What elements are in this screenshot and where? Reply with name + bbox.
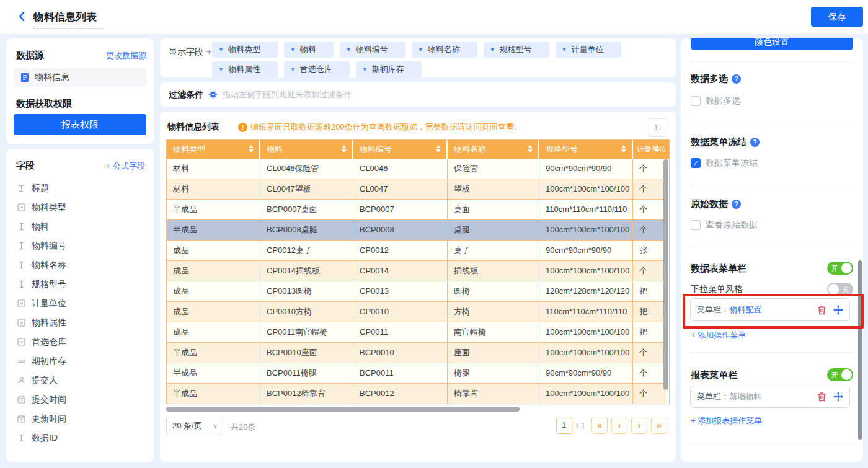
delete-icon[interactable]: [817, 305, 826, 315]
add-report-menu-link[interactable]: + 添加报表操作菜单: [691, 415, 762, 426]
table-cell[interactable]: 成品: [167, 241, 260, 261]
field-item[interactable]: 标题: [6, 179, 154, 198]
table-cell[interactable]: 成品: [167, 302, 260, 322]
table-row[interactable]: 成品CP0012桌子CP0012桌子90cm*90cm*90/90张: [167, 241, 665, 261]
field-item[interactable]: 数据ID: [6, 428, 154, 448]
table-vertical-scrollbar[interactable]: [663, 159, 668, 390]
display-field-chip[interactable]: ▼物料类型: [212, 42, 278, 58]
field-item[interactable]: 更新时间: [6, 409, 154, 428]
column-header[interactable]: 物料编号: [353, 140, 448, 159]
menu-freeze-checkbox[interactable]: ✓ 数据菜单冻结: [691, 157, 758, 169]
table-cell[interactable]: 椅靠背: [448, 384, 539, 404]
move-icon[interactable]: [833, 305, 843, 315]
table-cell[interactable]: 90cm*90cm*90/90: [539, 363, 633, 384]
table-cell[interactable]: 桌子: [448, 241, 539, 261]
table-cell[interactable]: BCP0012: [353, 384, 448, 404]
raw-data-checkbox[interactable]: ✓ 查看原始数据: [691, 219, 758, 231]
table-cell[interactable]: 插线板: [448, 261, 539, 281]
table-cell[interactable]: 张: [633, 241, 665, 261]
sort-arrows-icon[interactable]: [249, 145, 254, 152]
table-row[interactable]: 半成品BCP0010座面BCP0010座面100cm*100cm*100/100…: [167, 343, 665, 363]
table-row[interactable]: 成品CP0010方椅CP0010方椅110cm*110cm*110/110把: [167, 302, 665, 322]
table-cell[interactable]: 半成品: [167, 343, 260, 363]
first-page-button[interactable]: «: [591, 417, 608, 434]
field-item[interactable]: 物料名称: [6, 255, 154, 275]
field-item[interactable]: 规格型号: [6, 275, 154, 294]
table-cell[interactable]: CL0046: [353, 159, 448, 179]
table-cell[interactable]: 100cm*100cm*100/100: [539, 343, 633, 363]
table-cell[interactable]: 半成品: [167, 384, 260, 404]
table-cell[interactable]: 座面: [448, 343, 539, 363]
table-row[interactable]: 成品CP0011南官帽椅CP0011南官帽椅100cm*100cm*100/10…: [167, 322, 665, 343]
table-cell[interactable]: 南官帽椅: [448, 322, 539, 343]
table-cell[interactable]: 成品: [167, 261, 260, 281]
table-cell[interactable]: 圆椅: [448, 281, 539, 302]
add-formula-field-link[interactable]: + 公式字段: [106, 161, 145, 172]
table-cell[interactable]: 个: [633, 179, 665, 200]
help-icon[interactable]: ?: [732, 74, 741, 84]
table-cell[interactable]: BCP0010座面: [260, 343, 353, 363]
table-cell[interactable]: CP0013圆椅: [260, 281, 353, 302]
table-menu-toggle[interactable]: 开: [827, 262, 853, 275]
back-icon[interactable]: [16, 11, 29, 23]
sort-arrows-icon[interactable]: [528, 145, 533, 152]
display-field-chip[interactable]: ▼物料属性: [212, 61, 278, 77]
column-header[interactable]: 物料: [260, 140, 353, 159]
table-cell[interactable]: CP0013: [353, 281, 448, 302]
menu-item-name[interactable]: 物料配置: [729, 304, 761, 316]
menu-item-name[interactable]: 新增物料: [729, 391, 761, 402]
table-cell[interactable]: 个: [633, 343, 665, 363]
table-cell[interactable]: BCP0008: [353, 220, 448, 241]
move-icon[interactable]: [833, 392, 843, 402]
table-cell[interactable]: CP0012桌子: [260, 241, 353, 261]
table-cell[interactable]: 100cm*100cm*100/100: [539, 220, 633, 241]
table-cell[interactable]: 个: [633, 363, 665, 384]
sort-arrows-icon[interactable]: [436, 145, 441, 152]
table-cell[interactable]: CP0011: [353, 322, 448, 343]
table-cell[interactable]: 桌面: [448, 200, 539, 220]
table-menu-item[interactable]: 菜单栏： 物料配置: [690, 298, 850, 321]
column-header[interactable]: 计量单位: [633, 140, 665, 159]
table-cell[interactable]: 100cm*100cm*100/100: [539, 179, 633, 200]
table-cell[interactable]: BCP0007: [353, 200, 448, 220]
table-cell[interactable]: 保险管: [448, 159, 539, 179]
table-cell[interactable]: 半成品: [167, 200, 260, 220]
column-header[interactable]: 规格型号: [539, 140, 633, 159]
table-cell[interactable]: 个: [633, 261, 665, 281]
change-datasource-link[interactable]: 更改数据源: [106, 50, 146, 61]
gear-icon[interactable]: [208, 90, 218, 99]
table-cell[interactable]: BCP0007桌面: [260, 200, 353, 220]
display-field-chip[interactable]: ▼期初库存: [356, 61, 422, 77]
multi-select-checkbox[interactable]: ✓ 数据多选: [691, 95, 740, 107]
field-item[interactable]: 物料属性: [6, 313, 154, 332]
column-header[interactable]: 物料类型: [167, 140, 260, 159]
add-display-field-icon[interactable]: +: [206, 46, 212, 56]
table-cell[interactable]: 90cm*90cm*90/90: [539, 159, 633, 179]
table-cell[interactable]: 椅腿: [448, 363, 539, 384]
field-item[interactable]: 提交时间: [6, 390, 154, 409]
table-row[interactable]: 半成品BCP0012椅靠背BCP0012椅靠背100cm*100cm*100/1…: [167, 384, 665, 404]
dropdown-style-toggle[interactable]: 关: [827, 283, 853, 296]
table-cell[interactable]: 材料: [167, 159, 260, 179]
table-cell[interactable]: BCP0008桌腿: [260, 220, 353, 241]
table-row[interactable]: 成品CP0013圆椅CP0013圆椅120cm*120cm*120/120把: [167, 281, 665, 302]
table-cell[interactable]: 把: [633, 281, 665, 302]
next-page-button[interactable]: ›: [631, 417, 647, 434]
field-item[interactable]: 提交人: [6, 371, 154, 390]
table-cell[interactable]: CP0010: [353, 302, 448, 322]
report-menu-toggle[interactable]: 开: [827, 368, 853, 381]
table-cell[interactable]: 把: [633, 302, 665, 322]
table-cell[interactable]: CL0047: [353, 179, 448, 200]
display-field-chip[interactable]: ▼首选仓库: [284, 61, 350, 77]
table-row[interactable]: 半成品BCP0011椅腿BCP0011椅腿90cm*90cm*90/90个: [167, 363, 665, 384]
field-item[interactable]: 123期初库存: [6, 351, 154, 371]
table-cell[interactable]: 个: [633, 200, 665, 220]
table-cell[interactable]: CL0046保险管: [260, 159, 353, 179]
datasource-item[interactable]: 物料信息: [14, 68, 146, 87]
table-cell[interactable]: 个: [633, 220, 665, 241]
table-cell[interactable]: 120cm*120cm*120/120: [539, 281, 633, 302]
color-settings-button[interactable]: 颜色设置: [691, 38, 853, 50]
display-field-chip[interactable]: ▼物料名称: [412, 42, 477, 58]
table-cell[interactable]: CP0011南官帽椅: [260, 322, 353, 343]
field-item[interactable]: 物料类型: [6, 198, 154, 217]
